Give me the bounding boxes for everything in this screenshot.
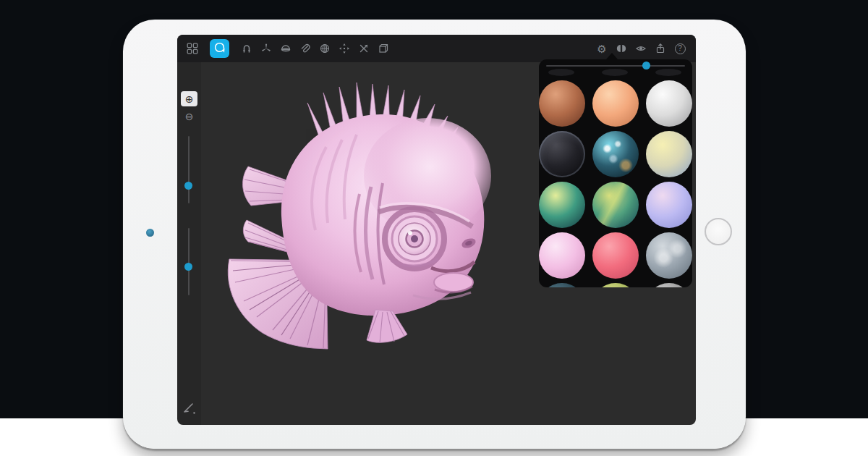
grid-icon bbox=[187, 43, 198, 54]
matcap-sphere-teal-lime[interactable] bbox=[539, 182, 585, 228]
move-icon bbox=[339, 43, 350, 54]
clay-blob-icon bbox=[213, 41, 226, 56]
minus-icon: ⊖ bbox=[185, 111, 194, 122]
matcap-sphere-olive-partial[interactable] bbox=[592, 283, 639, 287]
matcap-sphere-copper[interactable] bbox=[539, 80, 585, 127]
lower-slider-dot[interactable] bbox=[184, 263, 192, 271]
globe-icon bbox=[319, 43, 331, 54]
matcap-sphere-white-silver[interactable] bbox=[646, 80, 692, 127]
page-background: ⚙ ? bbox=[0, 0, 868, 456]
tri-star-tool-button[interactable] bbox=[260, 42, 273, 55]
help-icon: ? bbox=[675, 43, 686, 54]
matcap-sphere-ocean-glass[interactable] bbox=[592, 131, 639, 177]
matcap-sphere-gray-partial[interactable] bbox=[646, 283, 692, 287]
resize-handle-icon[interactable] bbox=[182, 401, 197, 415]
scrolled-sphere-sliver bbox=[655, 69, 681, 76]
app-screen: ⚙ ? bbox=[177, 35, 696, 425]
tablet-device-frame: ⚙ ? bbox=[123, 20, 746, 449]
matcap-sphere-rose[interactable] bbox=[539, 232, 585, 279]
matcap-sphere-cloud-silver[interactable] bbox=[646, 232, 692, 279]
matcap-sphere-glossy-black[interactable] bbox=[539, 131, 585, 177]
tri-star-icon bbox=[260, 43, 272, 54]
eye-icon bbox=[635, 43, 647, 54]
plus-icon: ⊕ bbox=[185, 93, 194, 105]
matcap-sphere-periwinkle[interactable] bbox=[646, 182, 692, 228]
cross-icon bbox=[358, 43, 370, 54]
fish-sculpture[interactable] bbox=[218, 78, 501, 352]
matcap-grid bbox=[539, 80, 692, 287]
paperclip-icon bbox=[299, 43, 311, 54]
zoom-in-button[interactable]: ⊕ bbox=[181, 91, 197, 106]
magnet-tool-button[interactable] bbox=[240, 42, 253, 55]
panel-slider-dot[interactable] bbox=[642, 62, 650, 69]
front-camera-dot bbox=[146, 229, 154, 237]
dome-tool-button[interactable] bbox=[279, 42, 292, 55]
move-tool-button[interactable] bbox=[338, 42, 351, 55]
toolbar-left-group bbox=[177, 39, 390, 58]
matcap-sphere-lime-teal-stripe[interactable] bbox=[592, 182, 639, 228]
cube-tool-button[interactable] bbox=[377, 42, 390, 55]
cross-tool-button[interactable] bbox=[357, 42, 370, 55]
visibility-button[interactable] bbox=[634, 42, 647, 55]
dome-icon bbox=[280, 43, 292, 54]
panel-slider-track[interactable] bbox=[546, 65, 685, 67]
cube-icon bbox=[378, 43, 389, 54]
sculpt-tool-button-selected[interactable] bbox=[210, 39, 229, 58]
materials-panel bbox=[539, 59, 692, 287]
matcap-sphere-butter-sky[interactable] bbox=[646, 131, 692, 177]
matcap-sphere-peach[interactable] bbox=[592, 80, 639, 127]
gear-icon: ⚙ bbox=[597, 43, 606, 54]
help-button[interactable]: ? bbox=[673, 42, 686, 55]
panel-caret-up bbox=[606, 53, 618, 59]
scrolled-sphere-sliver bbox=[602, 69, 628, 76]
zoom-out-button[interactable]: ⊖ bbox=[181, 109, 197, 124]
apps-grid-button[interactable] bbox=[186, 42, 199, 55]
share-icon bbox=[655, 43, 666, 54]
lower-slider-track[interactable] bbox=[188, 228, 190, 295]
magnet-icon bbox=[241, 43, 252, 54]
upper-slider-track[interactable] bbox=[188, 136, 190, 203]
clip-tool-button[interactable] bbox=[299, 42, 312, 55]
globe-tool-button[interactable] bbox=[318, 42, 331, 55]
home-button[interactable] bbox=[705, 218, 732, 245]
share-button[interactable] bbox=[654, 42, 667, 55]
matcap-sphere-coral[interactable] bbox=[592, 232, 639, 279]
matcap-sphere-slate-teal-partial[interactable] bbox=[539, 283, 585, 287]
top-toolbar: ⚙ ? bbox=[177, 35, 696, 62]
scrolled-sphere-sliver bbox=[548, 69, 574, 76]
